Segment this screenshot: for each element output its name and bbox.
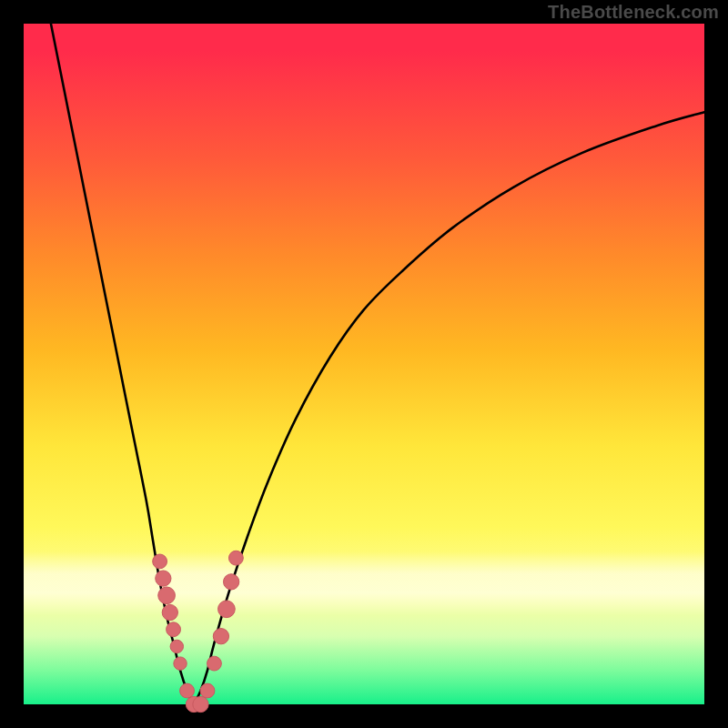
marker-dot xyxy=(224,574,239,590)
marker-dot xyxy=(167,622,181,637)
data-markers xyxy=(153,551,244,712)
marker-dot xyxy=(162,604,177,620)
marker-dot xyxy=(228,551,243,565)
marker-dot xyxy=(218,601,236,618)
chart-frame: TheBottleneck.com xyxy=(0,0,728,728)
marker-dot xyxy=(213,629,228,644)
marker-dot xyxy=(158,587,176,604)
marker-dot xyxy=(170,640,183,652)
plot-area xyxy=(24,24,704,704)
marker-dot xyxy=(180,683,195,698)
marker-dot xyxy=(207,656,222,671)
attribution-label: TheBottleneck.com xyxy=(548,2,719,23)
marker-dot xyxy=(174,657,187,670)
marker-dot xyxy=(200,683,215,698)
marker-dot xyxy=(156,571,171,586)
marker-dot xyxy=(193,696,208,712)
curve-layer xyxy=(24,24,704,704)
curve-right-branch xyxy=(194,112,704,704)
marker-dot xyxy=(153,554,167,569)
